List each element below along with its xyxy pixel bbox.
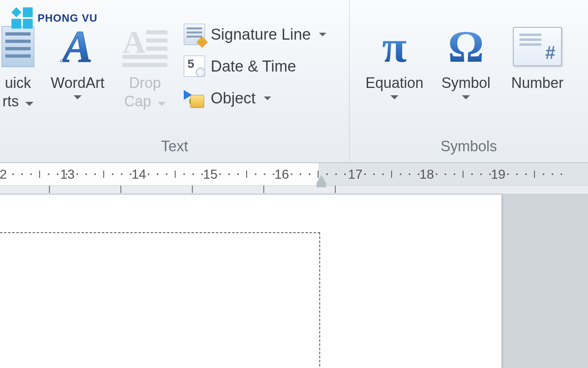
wordart-button[interactable]: A WordArt [41,20,114,99]
ruler-number: 13 [60,167,75,182]
ribbon-group-symbols: π Equation Ω Symbol Number Symbols [350,0,588,162]
symbol-label: Symbol [441,74,490,92]
quick-parts-button[interactable]: uick rts [0,20,41,110]
number-label: Number [511,74,564,92]
quick-parts-label-2: rts [2,93,19,110]
date-time-label: Date & Time [211,58,296,75]
watermark-text: PHONG VU [38,12,98,25]
omega-icon: Ω [448,24,484,69]
date-time-icon [184,56,205,77]
chevron-down-icon [158,102,166,106]
equation-label: Equation [365,74,423,92]
object-icon [184,88,205,109]
object-label: Object [211,90,256,107]
drop-cap-label-2: Cap [124,93,151,110]
pi-icon: π [382,24,407,69]
chevron-down-icon [264,96,271,100]
ruler-number: 2 [0,167,7,182]
document-page[interactable] [0,195,501,368]
ruler-number: 17 [348,167,363,182]
drop-cap-label-1: Drop [129,74,161,91]
symbol-button[interactable]: Ω Symbol [431,20,501,99]
drop-cap-button[interactable]: A Drop Cap [114,20,176,110]
wordart-label: WordArt [51,74,104,92]
document-area [0,195,588,368]
number-icon [513,27,562,66]
chevron-down-icon [319,33,326,36]
wordart-icon: A [62,24,92,69]
ruler-number: 14 [131,167,146,182]
chevron-down-icon [25,102,33,106]
drop-cap-icon: A [122,26,167,67]
signature-line-label: Signature Line [211,26,311,43]
equation-button[interactable]: π Equation [358,20,431,99]
signature-line-icon [184,24,205,45]
text-box-selection[interactable] [0,232,320,368]
quick-parts-icon [2,26,34,67]
ruler-number: 19 [491,167,506,182]
ruler-number: 16 [274,167,289,182]
signature-line-button[interactable]: Signature Line [183,23,326,46]
watermark-logo: PHONG VU [11,7,98,29]
quick-parts-label-1: uick [5,74,31,91]
chevron-down-icon [74,95,82,99]
chevron-down-icon [462,95,470,99]
chevron-down-icon [390,95,399,99]
number-button[interactable]: Number [501,20,574,92]
ruler-number: 18 [419,167,434,182]
object-button[interactable]: Object [183,87,326,110]
watermark-mark-icon [11,7,33,29]
ruler-number: 15 [203,167,218,182]
group-label-text: Text [0,135,349,162]
date-time-button[interactable]: Date & Time [183,55,326,78]
horizontal-ruler[interactable]: 213141516171819 [0,163,588,195]
group-label-symbols: Symbols [350,135,588,162]
